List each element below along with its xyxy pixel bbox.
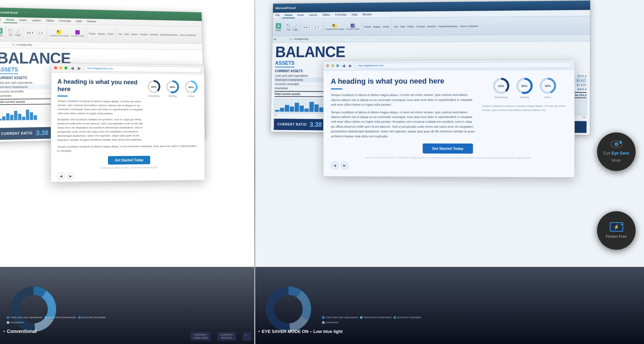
outline-btn[interactable]: Outline xyxy=(130,33,138,36)
tab-layout[interactable]: Layout xyxy=(30,17,43,23)
right-browser-text2: Tempor incididunt ut labore et dolore ma… xyxy=(331,110,475,139)
svg-point-28 xyxy=(615,143,617,145)
left-excel-ribbon: 📋 Paste ✂ Cut 📄 Copy Arial ▼ 11 ▼ ▦ Cond… xyxy=(0,23,202,44)
right-line-btn[interactable]: Line xyxy=(393,25,399,28)
browser-max-btn[interactable] xyxy=(64,66,67,69)
svg-text:62%: 62% xyxy=(151,85,157,89)
url-bar-left[interactable]: http://digitalworld.com xyxy=(84,65,202,72)
right-browser-heading: A heading is what you need here xyxy=(331,77,475,86)
right-dark-bottom: • EYE SAVER MODE ON – Low blue light Cas… xyxy=(255,267,644,344)
donut3-left: 69% Extra xyxy=(184,79,199,97)
tab-data[interactable]: Data xyxy=(73,18,85,24)
right-tab-review[interactable]: Review xyxy=(360,12,374,18)
conditional-format-btn[interactable]: ▦ Conditional Formatting xyxy=(49,29,69,37)
right-cta-button[interactable]: Get Started Today xyxy=(423,144,473,154)
right-picture-btn[interactable]: Picture xyxy=(364,25,372,28)
browser-close-btn[interactable] xyxy=(54,66,57,69)
left-browser-content: A heading is what you need here Tempor i… xyxy=(51,73,205,182)
assets-label-right: ASSETS xyxy=(275,60,295,67)
url-text-left: http://digitalworld.com xyxy=(87,67,113,70)
svg-text:80%: 80% xyxy=(170,85,175,89)
right-browser-back-btn[interactable]: ◀ xyxy=(341,63,346,68)
paste-btn[interactable]: 📋 Paste xyxy=(0,27,4,37)
charts-btn[interactable]: Charts xyxy=(107,32,114,36)
tab-formulas[interactable]: Formulas xyxy=(57,18,73,24)
picture-btn[interactable]: Picture xyxy=(88,32,96,36)
left-dark-bottom: • Conventional Cash and cash equivalents… xyxy=(0,267,255,344)
right-conditional-btn[interactable]: ▦ Conditional Formatting xyxy=(325,23,345,31)
right-charts-btn[interactable]: Charts xyxy=(382,25,390,28)
right-outline-btn[interactable]: Outline xyxy=(407,24,415,28)
zoom-btn[interactable]: Zoom to Selection xyxy=(179,33,197,37)
right-extra-text: Tempor incididunt ut labore et dolore ma… xyxy=(482,104,567,112)
line-btn[interactable]: Line xyxy=(117,32,123,36)
right-browser-forward-btn[interactable]: ▶ xyxy=(348,63,353,68)
url-text-right: http://digitalworld.com xyxy=(358,64,383,67)
right-paste-btn[interactable]: 📋 Paste xyxy=(274,22,282,32)
right-expand-btn[interactable]: Expand/contraction xyxy=(438,24,459,28)
right-next-arrow[interactable]: ▶ xyxy=(341,162,349,170)
right-tab-formulas[interactable]: Formulas xyxy=(332,12,349,18)
right-shapes-btn[interactable]: Shapes xyxy=(372,25,381,28)
right-prev-arrow[interactable]: ◀ xyxy=(331,162,339,170)
right-browser-content: A heading is what you need here Tempor i… xyxy=(324,70,575,177)
right-cell-ref[interactable]: A1 xyxy=(274,38,289,41)
right-tab-data[interactable]: Data xyxy=(349,12,360,18)
font-size[interactable]: 11 ▼ xyxy=(36,31,45,35)
heat-btn[interactable]: Heat xyxy=(124,32,129,36)
current-ratio-label-right: CURRENT RATIO xyxy=(277,122,307,126)
right-tab-tables[interactable]: Tables xyxy=(320,12,333,18)
right-font-size[interactable]: 11 ▼ xyxy=(313,25,321,29)
url-bar-right[interactable]: http://digitalworld.com xyxy=(355,62,572,69)
right-function-btn[interactable]: Function xyxy=(416,24,426,28)
right-tab-layout[interactable]: Layout xyxy=(306,12,320,18)
current-ratio-value-left: 3.38 xyxy=(36,129,49,137)
right-browser-close-btn[interactable] xyxy=(326,64,329,67)
left-browser-text2: Excepteur sint occaecat cuidatat non pro… xyxy=(57,118,143,142)
right-footer-text: Lorem ipsum dolor sit amet, consectetur … xyxy=(331,156,567,160)
right-copy-btn[interactable]: 📄 Copy xyxy=(292,23,299,31)
shapes-btn[interactable]: Shapes xyxy=(97,32,106,36)
expand-btn[interactable]: Expand/contraction xyxy=(160,33,178,37)
right-bottom-label: • EYE SAVER MODE ON – Low blue light xyxy=(258,329,343,334)
right-zoom-btn[interactable]: Zoom to Selection xyxy=(459,24,479,28)
flicker-free-badge: ⚡ ✦ Flicker Free xyxy=(597,211,636,250)
right-autosum-btn[interactable]: AutoSum xyxy=(427,24,437,28)
right-browser-min-btn[interactable] xyxy=(331,64,334,67)
right-browser-toolbar: ◀ ▶ http://digitalworld.com xyxy=(324,60,575,70)
donut1-left: 62% Something xyxy=(146,79,161,97)
conventional-label: Conventional xyxy=(7,329,37,334)
left-panel: Microsoft Excel File Home Insert Layout … xyxy=(0,0,255,344)
browser-back-btn[interactable]: ◀ xyxy=(69,66,74,70)
browser-min-btn[interactable] xyxy=(59,66,62,69)
autosum-btn[interactable]: AutoSum xyxy=(149,33,159,36)
right-heat-btn[interactable]: Heat xyxy=(400,24,406,28)
tab-insert[interactable]: Insert xyxy=(17,17,29,23)
eye-save-text: Eye Eye Save Mode xyxy=(603,150,629,164)
tab-review[interactable]: Review xyxy=(85,19,99,25)
cell-ref[interactable]: A1 xyxy=(0,43,11,46)
function-btn[interactable]: Function xyxy=(139,33,148,36)
right-format-table-btn[interactable]: ▦ Format as Table xyxy=(345,23,360,31)
right-tab-home[interactable]: Home xyxy=(282,12,295,18)
eye-save-mode-text: Mode xyxy=(612,158,621,162)
font-selector[interactable]: Arial ▼ xyxy=(25,31,36,35)
fx-icon: fx xyxy=(13,43,15,46)
left-browser-text1: Tempor incididunt ut labore et dolore ma… xyxy=(57,99,143,116)
left-next-arrow[interactable]: ▶ xyxy=(67,172,74,180)
copy-btn[interactable]: 📄 Copy xyxy=(14,28,21,37)
right-browser-text1: Tempor incididunt ut labore et dolore ma… xyxy=(331,93,475,107)
left-cta-button[interactable]: Get Started Today xyxy=(108,156,150,165)
right-font-selector[interactable]: Arial ▼ xyxy=(302,25,312,29)
right-tab-file[interactable]: File xyxy=(273,13,282,18)
right-cut-btn[interactable]: ✂ Cut xyxy=(286,23,291,32)
tab-tables[interactable]: Tables xyxy=(43,18,57,24)
right-tab-insert[interactable]: Insert xyxy=(294,12,306,18)
left-prev-arrow[interactable]: ◀ xyxy=(57,172,65,180)
tab-home[interactable]: Home xyxy=(3,17,17,23)
tab-file[interactable]: File xyxy=(0,17,3,23)
right-browser-max-btn[interactable] xyxy=(336,64,339,67)
format-table-btn[interactable]: ▦ Format as Table xyxy=(70,29,85,38)
browser-forward-btn[interactable]: ▶ xyxy=(77,66,82,70)
cut-btn[interactable]: ✂ Cut xyxy=(8,28,14,37)
